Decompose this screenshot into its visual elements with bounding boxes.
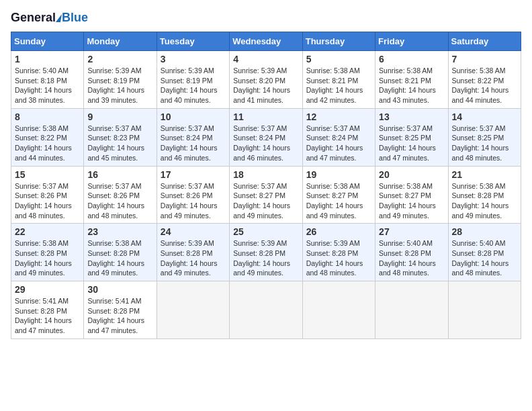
calendar-day-cell: 1Sunrise: 5:40 AMSunset: 8:18 PMDaylight… <box>11 51 84 109</box>
day-number: 17 <box>161 169 226 180</box>
calendar-weekday-header: Monday <box>84 32 157 51</box>
calendar-day-cell: 4Sunrise: 5:39 AMSunset: 8:20 PMDaylight… <box>230 51 302 109</box>
day-info: Sunrise: 5:37 AMSunset: 8:24 PMDaylight:… <box>306 124 371 163</box>
day-info: Sunrise: 5:39 AMSunset: 8:19 PMDaylight:… <box>87 66 152 105</box>
day-number: 20 <box>379 169 444 180</box>
logo: General Blue <box>11 11 88 25</box>
calendar-day-cell: 30Sunrise: 5:41 AMSunset: 8:28 PMDayligh… <box>84 281 157 339</box>
day-number: 21 <box>452 169 517 180</box>
calendar-day-cell: 28Sunrise: 5:40 AMSunset: 8:28 PMDayligh… <box>448 224 521 281</box>
calendar-week-row: 8Sunrise: 5:38 AMSunset: 8:22 PMDaylight… <box>11 108 521 166</box>
day-number: 18 <box>233 169 298 180</box>
day-number: 12 <box>306 111 371 122</box>
day-number: 22 <box>15 226 80 237</box>
calendar-day-cell <box>375 281 448 339</box>
day-number: 26 <box>306 226 371 237</box>
calendar-day-cell: 25Sunrise: 5:39 AMSunset: 8:28 PMDayligh… <box>230 224 302 281</box>
calendar-day-cell: 29Sunrise: 5:41 AMSunset: 8:28 PMDayligh… <box>11 281 84 339</box>
day-number: 7 <box>452 54 517 64</box>
calendar-week-row: 29Sunrise: 5:41 AMSunset: 8:28 PMDayligh… <box>11 281 521 339</box>
day-info: Sunrise: 5:39 AMSunset: 8:19 PMDaylight:… <box>161 66 226 105</box>
day-info: Sunrise: 5:37 AMSunset: 8:24 PMDaylight:… <box>233 124 298 163</box>
day-number: 19 <box>306 169 371 180</box>
day-info: Sunrise: 5:38 AMSunset: 8:28 PMDaylight:… <box>452 181 517 221</box>
calendar-day-cell: 3Sunrise: 5:39 AMSunset: 8:19 PMDaylight… <box>157 51 229 109</box>
day-info: Sunrise: 5:39 AMSunset: 8:28 PMDaylight:… <box>306 238 371 278</box>
calendar-week-row: 15Sunrise: 5:37 AMSunset: 8:26 PMDayligh… <box>11 166 521 224</box>
day-number: 10 <box>161 111 226 122</box>
day-info: Sunrise: 5:37 AMSunset: 8:25 PMDaylight:… <box>452 124 517 163</box>
calendar-day-cell: 24Sunrise: 5:39 AMSunset: 8:28 PMDayligh… <box>157 224 229 281</box>
day-info: Sunrise: 5:38 AMSunset: 8:28 PMDaylight:… <box>87 238 152 278</box>
day-number: 15 <box>15 169 80 180</box>
day-number: 25 <box>233 226 298 237</box>
day-number: 3 <box>161 54 226 64</box>
day-info: Sunrise: 5:40 AMSunset: 8:28 PMDaylight:… <box>379 238 444 278</box>
day-number: 13 <box>379 111 444 122</box>
day-info: Sunrise: 5:37 AMSunset: 8:23 PMDaylight:… <box>87 124 152 163</box>
calendar-day-cell: 18Sunrise: 5:37 AMSunset: 8:27 PMDayligh… <box>230 166 302 224</box>
day-info: Sunrise: 5:38 AMSunset: 8:21 PMDaylight:… <box>306 66 371 105</box>
calendar-weekday-header: Friday <box>375 32 448 51</box>
day-info: Sunrise: 5:38 AMSunset: 8:27 PMDaylight:… <box>306 181 371 221</box>
calendar-day-cell: 13Sunrise: 5:37 AMSunset: 8:25 PMDayligh… <box>375 108 448 166</box>
calendar-day-cell: 27Sunrise: 5:40 AMSunset: 8:28 PMDayligh… <box>375 224 448 281</box>
day-number: 23 <box>87 226 152 237</box>
day-info: Sunrise: 5:41 AMSunset: 8:28 PMDaylight:… <box>87 296 152 336</box>
calendar-day-cell <box>302 281 375 339</box>
calendar-table: SundayMondayTuesdayWednesdayThursdayFrid… <box>11 32 521 339</box>
calendar-day-cell: 20Sunrise: 5:38 AMSunset: 8:27 PMDayligh… <box>375 166 448 224</box>
day-info: Sunrise: 5:38 AMSunset: 8:22 PMDaylight:… <box>452 66 517 105</box>
day-number: 30 <box>87 284 152 295</box>
day-number: 2 <box>87 54 152 64</box>
logo-blue-text: Blue <box>62 11 88 25</box>
day-info: Sunrise: 5:40 AMSunset: 8:28 PMDaylight:… <box>452 238 517 278</box>
calendar-day-cell <box>448 281 521 339</box>
day-number: 24 <box>161 226 226 237</box>
calendar-day-cell: 11Sunrise: 5:37 AMSunset: 8:24 PMDayligh… <box>230 108 302 166</box>
day-info: Sunrise: 5:40 AMSunset: 8:18 PMDaylight:… <box>15 66 80 105</box>
calendar-day-cell: 26Sunrise: 5:39 AMSunset: 8:28 PMDayligh… <box>302 224 375 281</box>
calendar-day-cell: 12Sunrise: 5:37 AMSunset: 8:24 PMDayligh… <box>302 108 375 166</box>
day-number: 5 <box>306 54 371 64</box>
page-header: General Blue <box>11 11 521 25</box>
calendar-day-cell: 2Sunrise: 5:39 AMSunset: 8:19 PMDaylight… <box>84 51 157 109</box>
day-info: Sunrise: 5:38 AMSunset: 8:21 PMDaylight:… <box>379 66 444 105</box>
calendar-day-cell: 15Sunrise: 5:37 AMSunset: 8:26 PMDayligh… <box>11 166 84 224</box>
day-number: 1 <box>15 54 80 64</box>
day-number: 4 <box>233 54 298 64</box>
calendar-day-cell: 16Sunrise: 5:37 AMSunset: 8:26 PMDayligh… <box>84 166 157 224</box>
calendar-day-cell: 21Sunrise: 5:38 AMSunset: 8:28 PMDayligh… <box>448 166 521 224</box>
calendar-day-cell: 6Sunrise: 5:38 AMSunset: 8:21 PMDaylight… <box>375 51 448 109</box>
day-info: Sunrise: 5:37 AMSunset: 8:25 PMDaylight:… <box>379 124 444 163</box>
calendar-weekday-header: Sunday <box>11 32 84 51</box>
calendar-header-row: SundayMondayTuesdayWednesdayThursdayFrid… <box>11 32 521 51</box>
day-number: 8 <box>15 111 80 122</box>
calendar-day-cell: 7Sunrise: 5:38 AMSunset: 8:22 PMDaylight… <box>448 51 521 109</box>
calendar-day-cell <box>157 281 229 339</box>
day-number: 16 <box>87 169 152 180</box>
day-info: Sunrise: 5:41 AMSunset: 8:28 PMDaylight:… <box>15 296 80 336</box>
day-info: Sunrise: 5:37 AMSunset: 8:26 PMDaylight:… <box>161 181 226 221</box>
day-info: Sunrise: 5:38 AMSunset: 8:27 PMDaylight:… <box>379 181 444 221</box>
day-info: Sunrise: 5:37 AMSunset: 8:24 PMDaylight:… <box>161 124 226 163</box>
calendar-day-cell: 9Sunrise: 5:37 AMSunset: 8:23 PMDaylight… <box>84 108 157 166</box>
day-number: 9 <box>87 111 152 122</box>
calendar-day-cell: 10Sunrise: 5:37 AMSunset: 8:24 PMDayligh… <box>157 108 229 166</box>
day-info: Sunrise: 5:37 AMSunset: 8:26 PMDaylight:… <box>15 181 80 221</box>
day-info: Sunrise: 5:39 AMSunset: 8:28 PMDaylight:… <box>233 238 298 278</box>
logo-general-text: General <box>11 11 56 25</box>
calendar-weekday-header: Wednesday <box>230 32 302 51</box>
day-info: Sunrise: 5:39 AMSunset: 8:28 PMDaylight:… <box>161 238 226 278</box>
calendar-weekday-header: Tuesday <box>157 32 229 51</box>
calendar-week-row: 22Sunrise: 5:38 AMSunset: 8:28 PMDayligh… <box>11 224 521 281</box>
day-number: 27 <box>379 226 444 237</box>
day-number: 14 <box>452 111 517 122</box>
calendar-day-cell: 19Sunrise: 5:38 AMSunset: 8:27 PMDayligh… <box>302 166 375 224</box>
calendar-week-row: 1Sunrise: 5:40 AMSunset: 8:18 PMDaylight… <box>11 51 521 109</box>
calendar-day-cell <box>230 281 302 339</box>
calendar-weekday-header: Saturday <box>448 32 521 51</box>
day-info: Sunrise: 5:38 AMSunset: 8:22 PMDaylight:… <box>15 124 80 163</box>
calendar-day-cell: 5Sunrise: 5:38 AMSunset: 8:21 PMDaylight… <box>302 51 375 109</box>
day-number: 6 <box>379 54 444 64</box>
